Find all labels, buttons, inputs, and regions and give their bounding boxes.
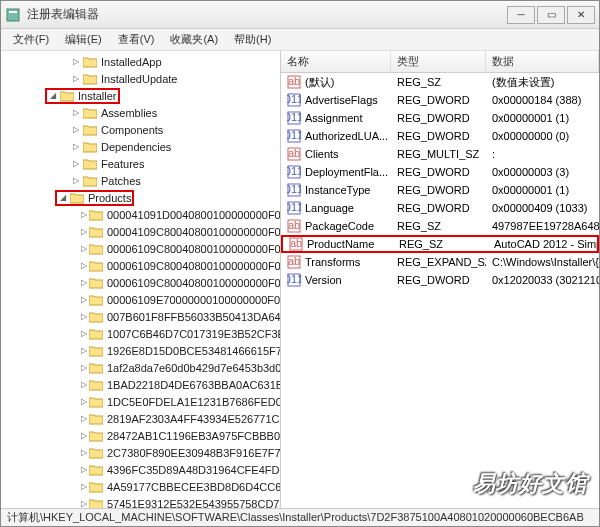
expander-icon[interactable]: ▷ bbox=[71, 176, 81, 186]
tree-item[interactable]: ▷000041091D0040800100000000F01FEC bbox=[1, 206, 280, 223]
cell-name: abProductName bbox=[283, 237, 393, 251]
tree-item[interactable]: ▷1af2a8da7e60d0b429d7e6453b3d0182 bbox=[1, 359, 280, 376]
list-row[interactable]: 011LanguageREG_DWORD0x00000409 (1033) bbox=[281, 199, 599, 217]
expander-icon[interactable]: ▷ bbox=[81, 227, 87, 237]
expander-icon[interactable]: ▷ bbox=[81, 261, 87, 271]
expander-icon[interactable]: ◢ bbox=[58, 193, 68, 203]
col-header-name[interactable]: 名称 bbox=[281, 51, 391, 72]
menu-file[interactable]: 文件(F) bbox=[5, 30, 57, 49]
expander-icon[interactable]: ▷ bbox=[81, 499, 87, 509]
value-icon: 011 bbox=[287, 165, 301, 179]
expander-icon[interactable]: ▷ bbox=[71, 57, 81, 67]
tree-item[interactable]: ▷4A59177CBBECEE3BD8D6D4CC64B895FE bbox=[1, 478, 280, 495]
tree-item[interactable]: ▷00006109C80040800100000000F01FEC bbox=[1, 240, 280, 257]
expander-icon[interactable]: ▷ bbox=[81, 278, 87, 288]
list-row[interactable]: 011DeploymentFla...REG_DWORD0x00000003 (… bbox=[281, 163, 599, 181]
folder-icon bbox=[83, 124, 97, 136]
expander-icon[interactable]: ▷ bbox=[81, 295, 87, 305]
tree-item[interactable]: ◢Installer bbox=[1, 87, 280, 104]
expander-icon[interactable]: ▷ bbox=[71, 125, 81, 135]
svg-text:ab: ab bbox=[288, 75, 300, 87]
expander-icon[interactable]: ▷ bbox=[71, 74, 81, 84]
tree-item[interactable]: ▷57451E9312E532E543955758CD749AE62 bbox=[1, 495, 280, 508]
status-path: 计算机\HKEY_LOCAL_MACHINE\SOFTWARE\Classes\… bbox=[7, 510, 584, 525]
tree-item[interactable]: ▷1007C6B46D7C017319E3B52CF3EC196E bbox=[1, 325, 280, 342]
cell-name: 011AuthorizedLUA... bbox=[281, 129, 391, 143]
list-row[interactable]: 011VersionREG_DWORD0x12020033 (302121011… bbox=[281, 271, 599, 289]
tree-item[interactable]: ▷Dependencies bbox=[1, 138, 280, 155]
value-icon: ab bbox=[289, 237, 303, 251]
menu-edit[interactable]: 编辑(E) bbox=[57, 30, 110, 49]
tree-item[interactable]: ▷00006109E70000000100000000F01FEC bbox=[1, 291, 280, 308]
tree-pane[interactable]: ▷InstalledApp▷InstalledUpdate◢Installer▷… bbox=[1, 51, 281, 508]
expander-icon[interactable]: ▷ bbox=[81, 329, 87, 339]
col-header-data[interactable]: 数据 bbox=[486, 51, 599, 72]
list-row[interactable]: 011AdvertiseFlagsREG_DWORD0x00000184 (38… bbox=[281, 91, 599, 109]
folder-icon bbox=[89, 413, 103, 425]
menu-help[interactable]: 帮助(H) bbox=[226, 30, 279, 49]
close-button[interactable]: ✕ bbox=[567, 6, 595, 24]
tree-item[interactable]: ▷1DC5E0FDELA1E1231B7686FED06E995A bbox=[1, 393, 280, 410]
expander-icon[interactable]: ▷ bbox=[81, 312, 87, 322]
tree-item[interactable]: ◢Products bbox=[1, 189, 280, 206]
expander-icon[interactable]: ▷ bbox=[81, 465, 87, 475]
titlebar: 注册表编辑器 ─ ▭ ✕ bbox=[1, 1, 599, 29]
tree-item[interactable]: ▷007B601F8FFB56033B50413DA64D5093 bbox=[1, 308, 280, 325]
tree-item[interactable]: ▷00006109C80040800100000000F01FEC bbox=[1, 257, 280, 274]
cell-name: 011Version bbox=[281, 273, 391, 287]
tree-item[interactable]: ▷1BAD2218D4DE6763BBA0AC631B8945E3 bbox=[1, 376, 280, 393]
menu-favorites[interactable]: 收藏夹(A) bbox=[162, 30, 226, 49]
tree-item[interactable]: ▷Patches bbox=[1, 172, 280, 189]
expander-icon[interactable]: ▷ bbox=[81, 414, 87, 424]
expander-icon[interactable]: ▷ bbox=[81, 380, 87, 390]
cell-type: REG_DWORD bbox=[391, 94, 486, 106]
folder-icon bbox=[83, 158, 97, 170]
folder-icon bbox=[89, 362, 103, 374]
tree-label: 1007C6B46D7C017319E3B52CF3EC196E bbox=[107, 328, 281, 340]
cell-name: 011AdvertiseFlags bbox=[281, 93, 391, 107]
menubar: 文件(F) 编辑(E) 查看(V) 收藏夹(A) 帮助(H) bbox=[1, 29, 599, 51]
minimize-button[interactable]: ─ bbox=[507, 6, 535, 24]
expander-icon[interactable]: ▷ bbox=[81, 482, 87, 492]
expander-icon[interactable]: ◢ bbox=[48, 91, 58, 101]
expander-icon[interactable]: ▷ bbox=[81, 397, 87, 407]
list-row[interactable]: 011AuthorizedLUA...REG_DWORD0x00000000 (… bbox=[281, 127, 599, 145]
tree-item[interactable]: ▷28472AB1C1196EB3A975FCBBB0D003929E bbox=[1, 427, 280, 444]
expander-icon[interactable]: ▷ bbox=[81, 210, 87, 220]
expander-icon[interactable]: ▷ bbox=[81, 363, 87, 373]
expander-icon[interactable]: ▷ bbox=[81, 244, 87, 254]
list-row[interactable]: abPackageCodeREG_SZ497987EE19728A648B277… bbox=[281, 217, 599, 235]
tree-item[interactable]: ▷1926E8D15D0BCE53481466615F760A7F bbox=[1, 342, 280, 359]
expander-icon[interactable]: ▷ bbox=[81, 431, 87, 441]
tree-item[interactable]: ▷4396FC35D89A48D31964CFE4FDD36514 bbox=[1, 461, 280, 478]
list-row[interactable]: abTransformsREG_EXPAND_SZC:\Windows\Inst… bbox=[281, 253, 599, 271]
svg-text:ab: ab bbox=[288, 219, 300, 231]
expander-icon[interactable]: ▷ bbox=[71, 159, 81, 169]
list-row[interactable]: abClientsREG_MULTI_SZ: bbox=[281, 145, 599, 163]
list-row[interactable]: ab(默认)REG_SZ(数值未设置) bbox=[281, 73, 599, 91]
tree-label: InstalledApp bbox=[101, 56, 162, 68]
tree-item[interactable]: ▷2819AF2303A4FF43934E526771C8E53A bbox=[1, 410, 280, 427]
menu-view[interactable]: 查看(V) bbox=[110, 30, 163, 49]
folder-icon bbox=[89, 345, 103, 357]
list-pane[interactable]: 名称 类型 数据 ab(默认)REG_SZ(数值未设置)011Advertise… bbox=[281, 51, 599, 508]
cell-type: REG_DWORD bbox=[391, 166, 486, 178]
list-row[interactable]: 011InstanceTypeREG_DWORD0x00000001 (1) bbox=[281, 181, 599, 199]
folder-icon bbox=[89, 260, 103, 272]
maximize-button[interactable]: ▭ bbox=[537, 6, 565, 24]
expander-icon[interactable]: ▷ bbox=[81, 346, 87, 356]
tree-item[interactable]: ▷InstalledUpdate bbox=[1, 70, 280, 87]
list-row[interactable]: 011AssignmentREG_DWORD0x00000001 (1) bbox=[281, 109, 599, 127]
tree-item[interactable]: ▷00004109C80040800100000000F01FEC bbox=[1, 223, 280, 240]
tree-item[interactable]: ▷Components bbox=[1, 121, 280, 138]
tree-item[interactable]: ▷Features bbox=[1, 155, 280, 172]
expander-icon[interactable]: ▷ bbox=[71, 108, 81, 118]
tree-item[interactable]: ▷InstalledApp bbox=[1, 53, 280, 70]
list-row[interactable]: abProductNameREG_SZAutoCAD 2012 - Simpli… bbox=[281, 235, 599, 253]
expander-icon[interactable]: ▷ bbox=[81, 448, 87, 458]
tree-item[interactable]: ▷Assemblies bbox=[1, 104, 280, 121]
tree-item[interactable]: ▷00006109C80040800100000000F01FEC bbox=[1, 274, 280, 291]
col-header-type[interactable]: 类型 bbox=[391, 51, 486, 72]
expander-icon[interactable]: ▷ bbox=[71, 142, 81, 152]
tree-item[interactable]: ▷2C7380F890EE30948B3F916E7F7F7FE4 bbox=[1, 444, 280, 461]
